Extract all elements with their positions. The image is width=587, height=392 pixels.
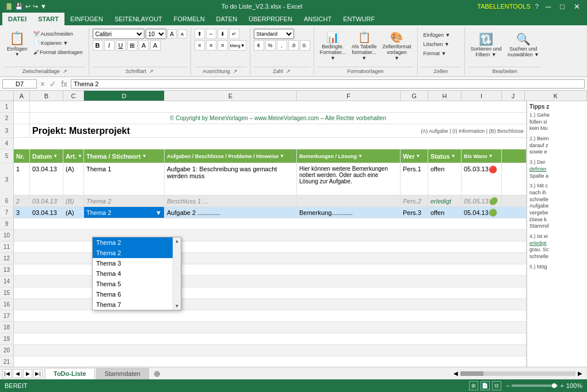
quick-access-save[interactable]: 💾 (15, 3, 23, 10)
cell-thema-1[interactable]: Thema 1 (84, 163, 165, 195)
font-size-select[interactable]: 10 (146, 29, 166, 39)
increase-decimal[interactable]: .0 (288, 40, 299, 51)
scroll-down-arrow[interactable]: ▼ (174, 302, 181, 310)
bedingte-formatierung-button[interactable]: 📊 Bedingte. Formatier... ▼ (318, 30, 349, 62)
cell-status-3[interactable]: offen (428, 207, 462, 218)
align-right-button[interactable]: ≡ (218, 40, 228, 51)
zoom-in-icon[interactable]: + (560, 382, 563, 389)
tab-datei[interactable]: DATEI (2, 13, 32, 25)
tab-todo-liste[interactable]: ToDo-Liste (45, 368, 95, 379)
einfuegen-zellen-button[interactable]: Einfügen ▼ (421, 31, 453, 39)
currency-button[interactable]: € (254, 40, 264, 51)
border-button[interactable]: ⊞ (127, 40, 138, 51)
cell-biswann-2[interactable]: 05.05.13 🟢 (462, 195, 502, 206)
th-biswann[interactable]: Bis Wann▼ (462, 149, 502, 163)
page-layout-icon[interactable]: 📄 (481, 381, 490, 390)
cell-empty-10[interactable] (14, 230, 527, 241)
tab-daten[interactable]: DATEN (211, 13, 243, 25)
thema-dropdown[interactable]: Thema 2 Thema 2 Thema 3 Thema 4 Thema 5 … (92, 237, 181, 310)
next-sheet-arrow[interactable]: ▶ (23, 369, 32, 378)
cell-datum-3[interactable]: 03.04.13 (30, 207, 63, 218)
scroll-left-btn[interactable]: ◀ (453, 370, 458, 376)
last-sheet-arrow[interactable]: ▶| (33, 369, 43, 378)
cell-wer-1[interactable]: Pers.1 (401, 163, 428, 195)
help-button[interactable]: ? (535, 3, 539, 10)
maximize-button[interactable]: □ (558, 2, 567, 11)
cell-empty-17[interactable] (14, 310, 527, 321)
kopieren-button[interactable]: 📄 Kopieren ▼ (31, 39, 85, 47)
align-middle-button[interactable]: ↔ (206, 29, 216, 39)
tab-stammdaten[interactable]: Stammdaten (96, 368, 149, 379)
quick-access-undo[interactable]: ↩ (25, 3, 31, 10)
th-status[interactable]: Status▼ (428, 149, 462, 163)
fill-color-button[interactable]: A (139, 40, 149, 51)
scroll-right-btn[interactable]: ▶ (578, 370, 582, 376)
cell-empty-12[interactable] (14, 253, 527, 264)
cell-empty-21[interactable] (14, 356, 527, 367)
font-size-decrease[interactable]: A (178, 29, 187, 39)
bold-button[interactable]: B (93, 40, 103, 51)
prev-sheet-arrow[interactable]: ◀ (13, 369, 22, 378)
dropdown-item-thema7[interactable]: Thema 7 (93, 299, 181, 310)
cell-empty-14[interactable] (14, 276, 527, 287)
cell-bemerk-2[interactable] (297, 195, 401, 206)
cell-empty-13[interactable] (14, 264, 527, 275)
cell-art-2[interactable]: (B) (63, 195, 84, 206)
cell-a1[interactable] (14, 101, 30, 112)
dropdown-item-thema3[interactable]: Thema 3 (93, 258, 181, 268)
dropdown-item-thema2-2[interactable]: Thema 2 (93, 248, 181, 258)
italic-button[interactable]: I (104, 40, 115, 51)
decrease-decimal[interactable]: 0. (300, 40, 310, 51)
format-uebertragen-button[interactable]: 🖌 Format übertragen (31, 48, 85, 56)
th-wer[interactable]: Wer▼ (401, 149, 428, 163)
comma-button[interactable]: , (277, 40, 287, 51)
dropdown-item-thema2-1[interactable]: Thema 2 (93, 237, 181, 248)
cell-empty-9[interactable] (14, 218, 527, 229)
th-thema[interactable]: Thema / Stichwort▼ (84, 149, 165, 163)
einfuegen-button[interactable]: 📋 Einfügen ▼ (5, 30, 30, 58)
cell-empty-16[interactable] (14, 299, 527, 310)
scroll-up-arrow[interactable]: ▲ (174, 237, 181, 245)
cell-a4[interactable] (14, 138, 527, 149)
cell-bemerk-1[interactable]: Hier können weitere Bemerkungen notiert … (297, 163, 401, 195)
tab-einfuegen[interactable]: EINFÜGEN (64, 13, 109, 25)
cell-biswann-3[interactable]: 05.04.13 🟢 (462, 207, 502, 218)
align-top-button[interactable]: ⬆ (195, 29, 205, 39)
align-left-button[interactable]: ≡ (195, 40, 205, 51)
cell-wer-3[interactable]: Pers.3 (401, 207, 428, 218)
zellenformatvorlagen-button[interactable]: 🎨 Zellenformat vorlagen ▼ (380, 30, 413, 62)
cell-empty-15[interactable] (14, 287, 527, 298)
cell-aufgaben-3[interactable]: Aufgabe 2 ............. (165, 207, 297, 218)
cell-a3[interactable] (14, 124, 30, 137)
cell-reference-box[interactable] (2, 79, 37, 89)
page-break-icon[interactable]: ⊟ (492, 381, 501, 390)
font-size-increase[interactable]: A (167, 29, 177, 39)
underline-button[interactable]: U (116, 40, 126, 51)
horizontal-scrollbar[interactable] (460, 371, 575, 376)
als-tabelle-formatieren-button[interactable]: 📋 Als Tabelle formatier... ▼ (349, 30, 379, 62)
cell-status-2[interactable]: erledigt (428, 195, 462, 206)
cell-nr-2[interactable]: 2 (14, 195, 30, 206)
cell-empty-11[interactable] (14, 241, 527, 252)
formula-input[interactable] (71, 79, 585, 89)
quick-access-dropdown[interactable]: ▼ (40, 3, 47, 10)
tab-entwurf[interactable]: ENTWURF (337, 13, 380, 25)
dropdown-item-thema6[interactable]: Thema 6 (93, 289, 181, 299)
ausschneiden-button[interactable]: ✂️ Ausschneiden (31, 30, 85, 38)
cell-aufgaben-2[interactable]: Beschluss 1 ... (165, 195, 297, 206)
first-sheet-arrow[interactable]: |◀ (2, 369, 12, 378)
merge-button[interactable]: Merg▼ (229, 40, 246, 51)
cell-thema-3-selected[interactable]: Thema 2 ▼ (84, 207, 165, 218)
cell-a2[interactable] (14, 113, 30, 124)
cell-empty-20[interactable] (14, 345, 527, 356)
percent-button[interactable]: % (265, 40, 276, 51)
close-button[interactable]: ✕ (571, 2, 582, 11)
cell-thema-2[interactable]: Thema 2 (84, 195, 165, 206)
add-sheet-button[interactable]: ⊕ (150, 369, 164, 378)
cell-nr-3[interactable]: 3 (14, 207, 30, 218)
cell-b1[interactable] (30, 101, 527, 112)
th-aufgaben[interactable]: Aufgaben / Beschlüsse / Probleme / Hinwe… (165, 149, 297, 163)
cell-biswann-1[interactable]: 05.03.13 🔴 (462, 163, 502, 195)
font-family-select[interactable]: Calibri (93, 29, 144, 39)
number-format-select[interactable]: Standard (254, 29, 294, 39)
